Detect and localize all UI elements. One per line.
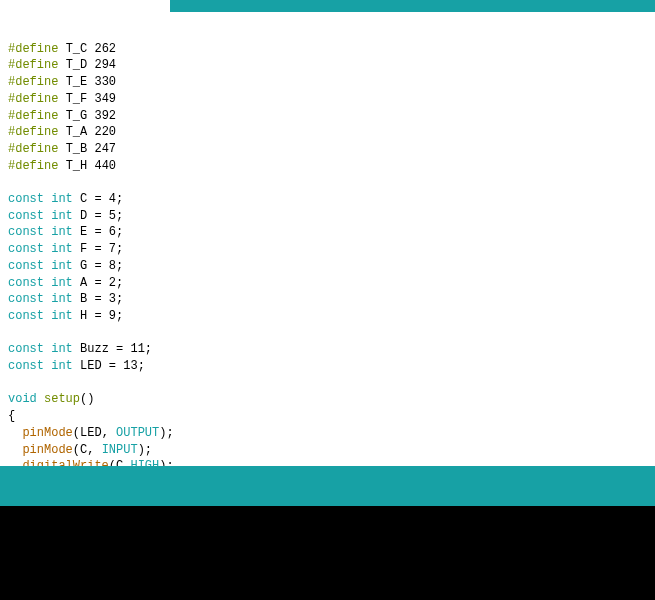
tab-bar [0, 0, 655, 12]
ide-window: #define T_C 262 #define T_D 294 #define … [0, 0, 655, 600]
active-tab[interactable] [0, 0, 170, 12]
code-editor[interactable]: #define T_C 262 #define T_D 294 #define … [0, 12, 655, 466]
status-bar [0, 466, 655, 506]
console-panel[interactable] [0, 506, 655, 600]
